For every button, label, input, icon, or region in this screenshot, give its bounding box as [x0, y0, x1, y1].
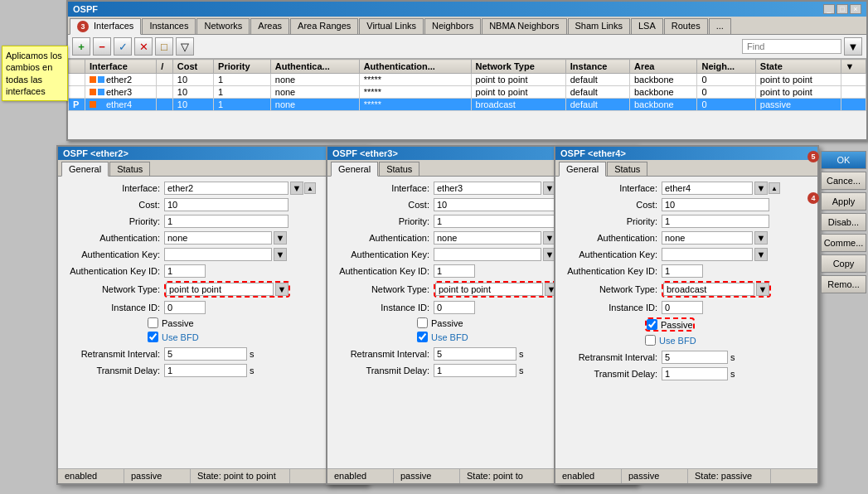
- ether3-interface-input[interactable]: [434, 182, 541, 195]
- ether3-auth-input[interactable]: [434, 231, 541, 245]
- close-button[interactable]: ×: [850, 4, 861, 14]
- edit-button[interactable]: ✓: [114, 37, 132, 56]
- ether2-tab-general[interactable]: General: [61, 162, 109, 177]
- ether4-authkey-input[interactable]: [662, 248, 753, 261]
- tab-nbma-neighbors[interactable]: NBMA Neighbors: [482, 18, 566, 34]
- ether4-tab-general[interactable]: General: [559, 162, 606, 177]
- filter-button[interactable]: ▽: [176, 37, 194, 56]
- apply-button[interactable]: Apply: [821, 192, 866, 211]
- cancel-button[interactable]: Cance...: [821, 172, 866, 190]
- ether2-cost-input[interactable]: [164, 198, 289, 211]
- ether4-auth-dropdown[interactable]: ▼: [754, 231, 768, 245]
- tab-routes[interactable]: Routes: [664, 18, 708, 34]
- ether2-transmit-input[interactable]: [164, 364, 247, 377]
- ether4-authkey-dropdown[interactable]: ▼: [754, 248, 768, 261]
- tab-neighbors[interactable]: Neighbors: [424, 18, 481, 34]
- ether4-priority-input[interactable]: [662, 215, 769, 228]
- col-area[interactable]: Area: [629, 60, 696, 74]
- tab-virtual-links[interactable]: Virtual Links: [359, 18, 424, 34]
- ether4-passive-checkbox[interactable]: [647, 319, 657, 330]
- ether3-tab-status[interactable]: Status: [379, 162, 419, 176]
- col-auth-key[interactable]: Authentication...: [359, 60, 471, 74]
- disable-button[interactable]: Disab...: [821, 213, 866, 231]
- ether4-auth-input[interactable]: [662, 231, 753, 245]
- ether3-transmit-input[interactable]: [434, 364, 516, 377]
- copy-button[interactable]: □: [155, 37, 173, 56]
- ether2-authkeyid-input[interactable]: [164, 264, 206, 278]
- ether4-networktype-dropdown[interactable]: ▼: [756, 283, 769, 296]
- ether3-retransmit-input[interactable]: [434, 347, 516, 361]
- col-network-type[interactable]: Network Type: [471, 60, 565, 74]
- ether2-retransmit-input[interactable]: [164, 347, 247, 361]
- col-neigh[interactable]: Neigh...: [697, 60, 755, 74]
- tab-areas[interactable]: Areas: [250, 18, 289, 34]
- tab-instances[interactable]: Instances: [142, 18, 196, 34]
- ether3-instanceid-input[interactable]: [434, 301, 475, 314]
- ether4-instanceid-input[interactable]: [662, 301, 703, 314]
- ether2-priority-input[interactable]: [164, 215, 289, 228]
- remove-button[interactable]: −: [93, 37, 111, 56]
- tab-more[interactable]: ...: [709, 18, 731, 34]
- tab-lsa[interactable]: LSA: [631, 18, 663, 34]
- col-instance[interactable]: Instance: [565, 60, 629, 74]
- ether3-passive-checkbox[interactable]: [417, 317, 428, 328]
- ether3-authkeyid-input[interactable]: [434, 264, 475, 278]
- apply-badge: 4: [807, 192, 819, 204]
- add-button[interactable]: +: [72, 37, 90, 56]
- tab-interfaces[interactable]: 3 Interfaces: [70, 18, 141, 35]
- ether2-networktype-dropdown[interactable]: ▼: [275, 283, 289, 296]
- ok-button[interactable]: OK: [821, 151, 866, 169]
- find-dropdown-button[interactable]: ▼: [844, 37, 862, 56]
- ether2-window: OSPF <ether2> General Status Interface: …: [56, 145, 367, 485]
- ether2-passive-checkbox[interactable]: [148, 317, 158, 328]
- table-row[interactable]: ether2 10 1 none ***** point to point de…: [69, 74, 866, 86]
- ether2-interface-input[interactable]: [164, 182, 289, 195]
- ether2-authkey-input[interactable]: [164, 248, 272, 261]
- delete-button[interactable]: ✕: [134, 37, 153, 56]
- copy-button-side[interactable]: Copy: [821, 254, 866, 273]
- table-row[interactable]: P ether4 10 1 none ***** broadcast defau…: [69, 99, 866, 111]
- col-state[interactable]: State: [755, 60, 841, 74]
- row-auth: none: [270, 74, 359, 86]
- ether2-authkey-dropdown[interactable]: ▼: [274, 248, 287, 261]
- ether2-tab-status[interactable]: Status: [109, 162, 150, 176]
- ether2-auth-dropdown[interactable]: ▼: [274, 231, 287, 245]
- ether2-networktype-input[interactable]: [166, 283, 274, 296]
- ether2-bfd-checkbox[interactable]: [148, 332, 158, 342]
- ether2-interface-scroll-up[interactable]: ▲: [304, 182, 316, 194]
- tab-area-ranges[interactable]: Area Ranges: [290, 18, 358, 34]
- tab-networks[interactable]: Networks: [196, 18, 250, 34]
- ether4-interface-input[interactable]: [662, 182, 753, 195]
- ether3-networktype-input[interactable]: [435, 283, 543, 296]
- ether3-priority-input[interactable]: [434, 215, 558, 228]
- ether3-cost-input[interactable]: [434, 198, 558, 211]
- col-interface-name[interactable]: Interface: [85, 60, 157, 74]
- col-cost[interactable]: Cost: [172, 60, 213, 74]
- ether4-interface-dropdown[interactable]: ▼: [754, 182, 768, 195]
- ether4-authkeyid-input[interactable]: [662, 264, 703, 278]
- ether4-bfd-checkbox[interactable]: [645, 335, 656, 346]
- table-row[interactable]: ether3 10 1 none ***** point to point de…: [69, 86, 866, 99]
- ether3-tab-general[interactable]: General: [331, 162, 378, 177]
- maximize-button[interactable]: □: [836, 4, 848, 14]
- ether2-interface-dropdown[interactable]: ▼: [290, 182, 303, 195]
- ether4-tab-status[interactable]: Status: [607, 162, 647, 176]
- ether3-authkey-input[interactable]: [434, 248, 541, 261]
- ether3-bfd-checkbox[interactable]: [417, 332, 428, 342]
- tab-sham-links[interactable]: Sham Links: [568, 18, 630, 34]
- ether2-auth-input[interactable]: [164, 231, 272, 245]
- col-dropdown[interactable]: ▼: [841, 60, 866, 74]
- ether2-instanceid-input[interactable]: [164, 301, 206, 314]
- ether4-cost-input[interactable]: [662, 198, 769, 211]
- find-input[interactable]: [742, 39, 841, 54]
- col-priority[interactable]: Priority: [214, 60, 271, 74]
- col-auth[interactable]: Authentica...: [270, 60, 359, 74]
- ether4-networktype-input[interactable]: [663, 283, 754, 296]
- ether4-transmit-input[interactable]: [662, 367, 728, 380]
- minimize-button[interactable]: _: [823, 4, 835, 14]
- ether4-retransmit-input[interactable]: [662, 351, 728, 364]
- remove-button[interactable]: Remo...: [821, 275, 866, 293]
- col-sort[interactable]: /: [157, 60, 173, 74]
- ether4-interface-scroll-up[interactable]: ▲: [769, 182, 780, 194]
- comment-button[interactable]: Comme...: [821, 234, 866, 252]
